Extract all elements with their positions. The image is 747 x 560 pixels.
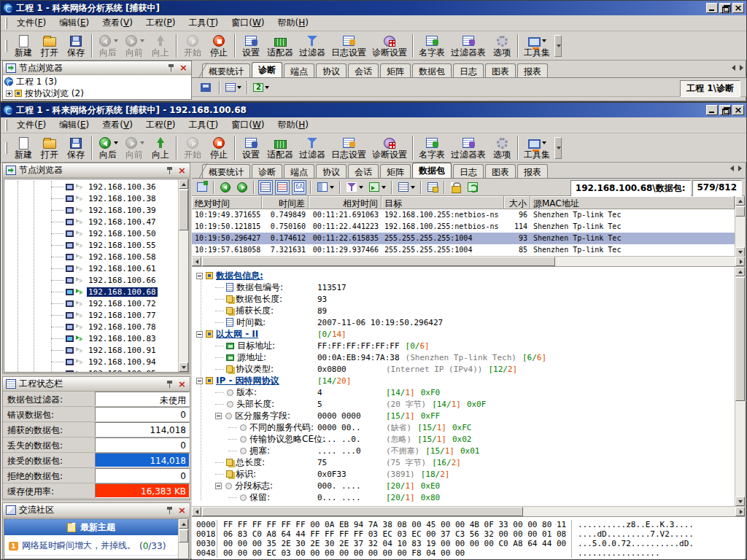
toolbar-button-stop[interactable]: 停止: [206, 32, 232, 60]
detail-row[interactable]: 头部长度:5(20 字节)[14/1]0x0F: [192, 398, 735, 410]
detail-row[interactable]: 标识:0x0F33(3891)[18/2]: [192, 468, 735, 480]
hex-row[interactable]: 0000FF FF FF FF FF FF 00 0A EB 94 7A 38 …: [192, 520, 745, 529]
toolbar-button-new[interactable]: 新建: [10, 134, 36, 162]
toggle-detail-pane-button[interactable]: [275, 180, 290, 195]
menu-h[interactable]: 帮助(H): [271, 117, 314, 133]
menu-f[interactable]: 文件(F): [10, 15, 53, 31]
panel-close-icon[interactable]: ×: [177, 166, 187, 175]
detail-row[interactable]: 版本:4[14/1]0xF0: [192, 386, 735, 398]
detail-row[interactable]: 拥塞:.... ...0(不拥塞)[15/1]0x01: [192, 445, 735, 456]
menu-w[interactable]: 窗口(W): [225, 117, 271, 133]
toggle-list-pane-button[interactable]: [258, 180, 273, 195]
scroll-up-icon[interactable]: [735, 196, 745, 206]
tab-scroll-right-icon[interactable]: [738, 166, 742, 171]
column-header-0[interactable]: 绝对时间: [192, 196, 262, 209]
toolbar-button-filter[interactable]: 过滤器: [296, 32, 328, 60]
ip-node-192.168.100.83[interactable]: 192.168.100.83: [4, 332, 178, 344]
ip-node-192.168.100.61[interactable]: 192.168.100.61: [4, 262, 178, 274]
restore-button[interactable]: [719, 3, 731, 13]
detail-row[interactable]: 传输协议忽略CE位:.... ..0.(忽略)[15/1]0x02: [192, 433, 735, 445]
column-header-5[interactable]: 源MAC地址: [530, 196, 735, 209]
pin-icon[interactable]: [166, 166, 174, 175]
toolbar-button-diagset[interactable]: 诊断设置: [369, 32, 410, 60]
menu-e[interactable]: 编辑(E): [53, 15, 96, 31]
tree-item-project-root[interactable]: 工程 1 (3): [4, 76, 191, 88]
detail-row[interactable]: 捕获长度:89: [192, 305, 735, 316]
tab-概要统计[interactable]: 概要统计: [202, 164, 250, 178]
detail-row[interactable]: 协议类型:0x0800(Internet IP (IPv4))[12/2]: [192, 363, 735, 375]
toolbar-button-forward[interactable]: 向前: [121, 134, 147, 162]
detail-row[interactable]: 目标地址:FF:FF:FF:FF:FF:FF[0/6]: [192, 340, 735, 351]
dropdown-caret-icon[interactable]: [359, 186, 363, 189]
menu-w[interactable]: 窗口(W): [225, 15, 271, 31]
tab-诊断[interactable]: 诊断: [252, 164, 282, 178]
toolbar-button-adapter[interactable]: 适配器: [264, 134, 296, 162]
lock-scroll-button[interactable]: [449, 180, 463, 195]
packet-table-hscrollbar[interactable]: [192, 256, 745, 266]
tab-数据包[interactable]: 数据包: [412, 163, 452, 178]
ip-node-192.168.100.38[interactable]: 192.168.100.38: [4, 192, 178, 204]
dropdown-caret-icon[interactable]: [330, 186, 334, 189]
column-header-2[interactable]: 相对时间: [309, 196, 382, 209]
ip-node-192.168.100.95[interactable]: 192.168.100.95: [4, 368, 178, 373]
menu-f[interactable]: 文件(F): [10, 117, 53, 133]
tab-概要统计[interactable]: 概要统计: [202, 63, 250, 77]
toolbar-button-adapter[interactable]: 适配器: [264, 32, 296, 60]
ip-node-192.168.100.68[interactable]: 192.168.100.68: [4, 286, 178, 298]
tab-端点[interactable]: 端点: [284, 63, 314, 77]
ip-node-192.168.100.72[interactable]: 192.168.100.72: [4, 298, 178, 309]
toolbar-button-nametable[interactable]: 名字表: [416, 32, 448, 60]
toolbar-button-new[interactable]: 新建: [10, 32, 36, 60]
toolbar-button-back[interactable]: 向后: [95, 134, 121, 162]
toolbar-button-filtertable[interactable]: 过滤器表: [448, 134, 489, 162]
packet-table-vscrollbar[interactable]: [735, 196, 745, 257]
save-view-button[interactable]: [198, 80, 214, 95]
community-scrollbar[interactable]: [178, 519, 188, 559]
detail-tree-hscrollbar[interactable]: [192, 506, 745, 516]
edit-name-table-button[interactable]: [425, 180, 440, 195]
toolbar-button-up[interactable]: 向上: [147, 32, 174, 60]
toolbar-button-forward[interactable]: 向前: [121, 32, 147, 60]
detail-tree-vscrollbar[interactable]: [735, 267, 745, 506]
scroll-up-icon[interactable]: [179, 179, 188, 189]
scroll-right-icon[interactable]: [735, 507, 745, 516]
toolbar-button-stop[interactable]: 停止: [206, 134, 232, 162]
tree-item-browse-by-protocol[interactable]: 按协议浏览 (2): [4, 88, 191, 99]
detail-row[interactable]: 不同的服务代码:0000 00..(缺省)[15/1]0xFC: [192, 421, 735, 433]
tab-scroll-left-icon[interactable]: [730, 166, 734, 171]
titlebar-win2[interactable]: 工程 1 - 科来网络分析系统 [捕获中] - 192.168.100.68: [1, 103, 746, 117]
dropdown-caret-icon[interactable]: [114, 141, 118, 144]
menu-t[interactable]: 工具(T): [182, 117, 225, 133]
menu-p[interactable]: 工程(P): [139, 117, 182, 133]
packet-row[interactable]: 10:19:50.2964270.17461200:11:22.61583525…: [192, 233, 735, 244]
toolbar-overflow-handle[interactable]: [554, 137, 562, 159]
ip-node-192.168.100.91[interactable]: 192.168.100.91: [4, 344, 178, 356]
collapse-minus-icon[interactable]: [215, 483, 222, 489]
tab-矩阵[interactable]: 矩阵: [380, 164, 411, 178]
detail-row[interactable]: 源地址:00:0A:EB:94:7A:38(Shenzhen Tp-link T…: [192, 351, 735, 363]
menu-p[interactable]: 工程(P): [139, 15, 182, 31]
toolbar-button-start[interactable]: 开始: [179, 134, 206, 162]
ip-node-192.168.100.50[interactable]: 192.168.100.50: [4, 228, 178, 239]
detail-row[interactable]: 总长度:75(75 字节)[16/2]: [192, 456, 735, 468]
column-header-4[interactable]: 大小: [504, 196, 530, 209]
export-packet-button[interactable]: [195, 180, 209, 195]
refresh-interval-dropdown[interactable]: [253, 80, 269, 95]
dropdown-caret-icon[interactable]: [542, 141, 546, 144]
ip-node-192.168.100.55[interactable]: 192.168.100.55: [4, 239, 178, 251]
ip-node-192.168.100.94[interactable]: 192.168.100.94: [4, 356, 178, 368]
close-button[interactable]: [732, 105, 744, 115]
restore-button[interactable]: [719, 105, 731, 115]
detail-row[interactable]: 数据包长度:93: [192, 293, 735, 305]
titlebar-win1[interactable]: 工程 1 - 科来网络分析系统 [捕获中]: [1, 1, 746, 15]
packet-row[interactable]: 10:19:57.6180587.32163100:11:29.93746625…: [192, 244, 735, 256]
menu-v[interactable]: 查看(V): [96, 15, 139, 31]
toolbar-button-logset[interactable]: 日志设置: [328, 134, 369, 162]
toolbar-button-filtertable[interactable]: 过滤器表: [448, 32, 489, 60]
menu-t[interactable]: 工具(T): [182, 15, 225, 31]
ip-node-192.168.100.39[interactable]: 192.168.100.39: [4, 204, 178, 216]
tab-图表[interactable]: 图表: [485, 63, 516, 77]
toolbar-button-save[interactable]: 保存: [63, 32, 89, 60]
detail-row[interactable]: 数据包编号:113517: [192, 281, 735, 293]
detail-row[interactable]: 数据包信息:: [192, 270, 735, 281]
